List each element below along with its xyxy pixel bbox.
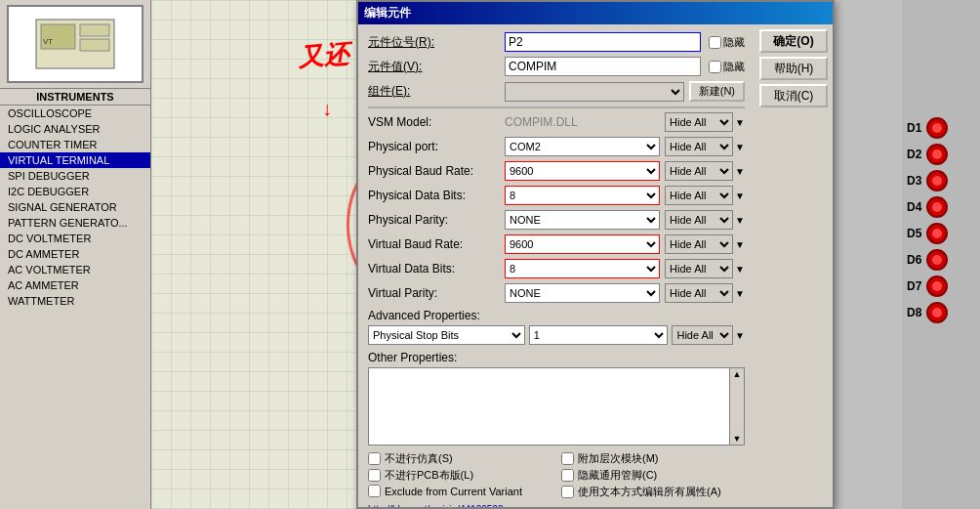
use-text-label: 使用文本方式编辑所有属性(A) <box>578 485 721 499</box>
virtual-baud-row: Virtual Baud Rate: 9600 Hide All ▼ <box>368 234 745 254</box>
scroll-up-btn[interactable]: ▲ <box>733 369 742 379</box>
d1-label: D1 <box>907 121 921 135</box>
use-text-checkbox[interactable] <box>561 486 574 498</box>
sidebar-item-i2c-debugger[interactable]: I2C DEBUGGER <box>0 184 150 199</box>
component-ref-row: 元件位号(R): 隐藏 <box>368 32 745 52</box>
d4-circle <box>926 196 948 218</box>
virtual-parity-row: Virtual Parity: NONE Hide All ▼ <box>368 283 745 303</box>
physical-baud-label: Physical Baud Rate: <box>368 164 505 178</box>
other-props-scrollbar[interactable]: ▲ ▼ <box>729 368 744 445</box>
instrument-list: OSCILLOSCOPE LOGIC ANALYSER COUNTER TIME… <box>0 106 150 309</box>
no-sim-checkbox[interactable] <box>368 452 381 465</box>
sidebar-item-oscilloscope[interactable]: OSCILLOSCOPE <box>0 106 150 121</box>
component-ref-input[interactable] <box>505 32 701 52</box>
d4-label: D4 <box>907 200 921 214</box>
advanced-props-title: Advanced Properties: <box>368 309 745 322</box>
exclude-row: Exclude from Current Variant <box>368 485 551 497</box>
scroll-down-btn[interactable]: ▼ <box>733 434 742 444</box>
group-label: 组件(E): <box>368 83 505 100</box>
sidebar-item-spi-debugger[interactable]: SPI DEBUGGER <box>0 168 150 184</box>
virtual-data-label: Virtual Data Bits: <box>368 262 505 276</box>
virtual-data-hide[interactable]: Hide All <box>665 259 733 278</box>
d2-label: D2 <box>907 148 921 161</box>
virtual-parity-hide[interactable]: Hide All <box>665 283 733 303</box>
component-ref-hide-checkbox[interactable] <box>709 36 721 49</box>
group-select[interactable] <box>505 82 684 102</box>
virtual-parity-label: Virtual Parity: <box>368 286 505 300</box>
bottom-section: 不进行仿真(S) 不进行PCB布版(L) Exclude from Curren… <box>368 451 745 501</box>
component-ref-label: 元件位号(R): <box>368 34 505 51</box>
physical-data-hide[interactable]: Hide All <box>665 186 733 205</box>
virtual-baud-hide[interactable]: Hide All <box>665 234 733 254</box>
cancel-button[interactable]: 取消(C) <box>759 84 828 107</box>
exclude-checkbox[interactable] <box>368 485 381 497</box>
d7-row: D7 <box>907 276 975 297</box>
sidebar-item-pattern-generator[interactable]: PATTERN GENERATO... <box>0 215 150 231</box>
no-sim-row: 不进行仿真(S) <box>368 451 551 466</box>
d8-label: D8 <box>907 306 921 319</box>
d8-circle <box>926 302 948 323</box>
sidebar-item-counter-timer[interactable]: COUNTER TIMER <box>0 137 150 152</box>
physical-baud-hide[interactable]: Hide All <box>665 161 733 181</box>
attach-module-row: 附加层次模块(M) <box>561 451 745 466</box>
sidebar-item-dc-ammeter[interactable]: DC AMMETER <box>0 246 150 262</box>
no-pcb-label: 不进行PCB布版(L) <box>385 468 473 483</box>
sidebar-item-wattmeter[interactable]: WATTMETER <box>0 293 150 309</box>
physical-baud-select[interactable]: 9600 <box>505 161 660 181</box>
dialog-title: 编辑元件 <box>364 5 411 21</box>
physical-stop-bits-value-select[interactable]: 1 <box>529 325 669 345</box>
virtual-parity-select[interactable]: NONE <box>505 283 660 303</box>
virtual-data-select[interactable]: 8 <box>505 259 660 278</box>
physical-data-select[interactable]: 8 <box>505 186 660 205</box>
group-row: 组件(E): 新建(N) <box>368 81 745 102</box>
no-sim-label: 不进行仿真(S) <box>385 451 453 466</box>
svg-rect-2 <box>80 24 109 36</box>
other-props-box[interactable]: ▲ ▼ <box>368 367 745 445</box>
sidebar-item-logic-analyser[interactable]: LOGIC ANALYSER <box>0 121 150 137</box>
component-val-hide-checkbox[interactable] <box>709 61 721 73</box>
physical-data-label: Physical Data Bits: <box>368 189 505 202</box>
d4-row: D4 <box>907 196 975 218</box>
d7-label: D7 <box>907 279 921 293</box>
new-button[interactable]: 新建(N) <box>689 81 745 102</box>
instrument-preview: VT <box>7 5 143 83</box>
d6-label: D6 <box>907 253 921 267</box>
vsm-hide-select[interactable]: Hide All <box>665 112 733 132</box>
physical-parity-hide[interactable]: Hide All <box>665 210 733 230</box>
no-pcb-checkbox[interactable] <box>368 469 381 482</box>
sidebar-item-signal-generator[interactable]: SIGNAL GENERATOR <box>0 199 150 215</box>
physical-stop-bits-hide[interactable]: Hide All <box>672 325 733 345</box>
attach-module-checkbox[interactable] <box>561 452 574 465</box>
dialog-body: 元件位号(R): 隐藏 元件值(V): 隐藏 组件(E): <box>358 24 755 507</box>
svg-text:VT: VT <box>43 37 53 46</box>
virtual-data-row: Virtual Data Bits: 8 Hide All ▼ <box>368 259 745 278</box>
physical-port-hide[interactable]: Hide All <box>665 137 733 156</box>
sidebar-item-dc-voltmeter[interactable]: DC VOLTMETER <box>0 231 150 246</box>
d3-row: D3 <box>907 170 975 191</box>
sidebar-item-ac-voltmeter[interactable]: AC VOLTMETER <box>0 262 150 277</box>
physical-baud-row: Physical Baud Rate: 9600 Hide All ▼ <box>368 161 745 181</box>
hide-pins-row: 隐藏通用管脚(C) <box>561 468 745 483</box>
physical-port-label: Physical port: <box>368 140 505 153</box>
sidebar-item-ac-ammeter[interactable]: AC AMMETER <box>0 277 150 293</box>
d6-circle <box>926 249 948 271</box>
physical-stop-bits-select[interactable]: Physical Stop Bits <box>368 325 525 345</box>
physical-parity-label: Physical Parity: <box>368 213 505 227</box>
hide-pins-label: 隐藏通用管脚(C) <box>578 468 657 483</box>
ok-button[interactable]: 确定(O) <box>759 29 828 53</box>
help-button[interactable]: 帮助(H) <box>759 57 828 80</box>
dialog-buttons-panel: 确定(O) 帮助(H) 取消(C) <box>755 24 833 507</box>
physical-port-select[interactable]: COM2 <box>505 137 660 156</box>
d5-circle <box>926 223 948 244</box>
physical-data-row: Physical Data Bits: 8 Hide All ▼ <box>368 186 745 205</box>
component-val-input[interactable] <box>505 57 701 76</box>
sidebar-item-virtual-terminal[interactable]: VIRTUAL TERMINAL <box>0 152 150 168</box>
vsm-value: COMPIM.DLL <box>505 115 660 129</box>
right-panel: D1 D2 D3 D4 D5 D6 D7 D8 <box>902 0 980 509</box>
virtual-baud-select[interactable]: 9600 <box>505 234 660 254</box>
physical-parity-select[interactable]: NONE <box>505 210 660 230</box>
d6-row: D6 <box>907 249 975 271</box>
physical-port-row: Physical port: COM2 Hide All ▼ <box>368 137 745 156</box>
d3-label: D3 <box>907 174 921 188</box>
hide-pins-checkbox[interactable] <box>561 469 574 482</box>
